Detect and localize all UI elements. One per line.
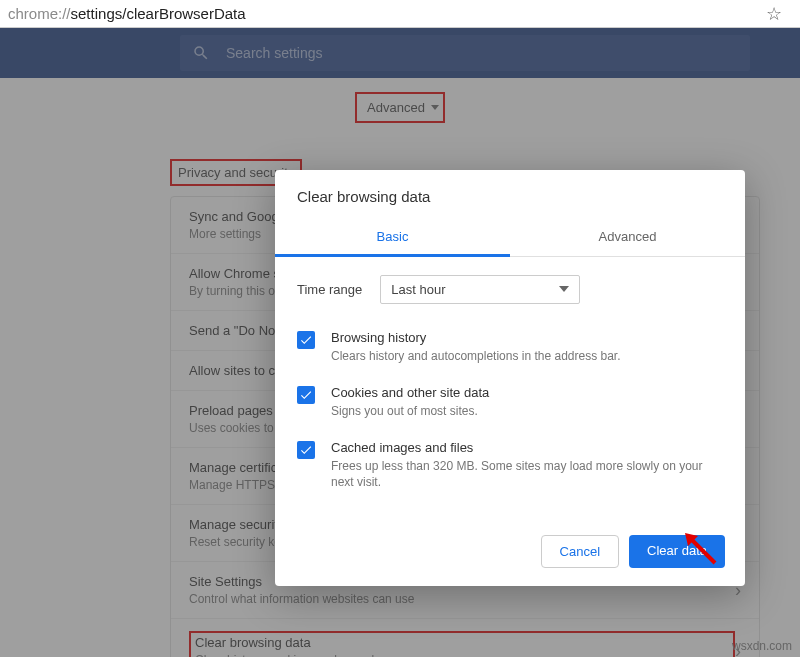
- checkbox-checked[interactable]: [297, 386, 315, 404]
- address-bar[interactable]: chrome://settings/clearBrowserData ☆: [0, 0, 800, 28]
- checkbox-checked[interactable]: [297, 441, 315, 459]
- dialog-title: Clear browsing data: [275, 170, 745, 219]
- tab-advanced[interactable]: Advanced: [510, 219, 745, 256]
- tab-basic[interactable]: Basic: [275, 219, 510, 256]
- time-range-label: Time range: [297, 282, 362, 297]
- cancel-button[interactable]: Cancel: [541, 535, 619, 568]
- clear-browsing-data-dialog: Clear browsing data Basic Advanced Time …: [275, 170, 745, 586]
- annotation-arrow-icon: [680, 528, 720, 568]
- bookmark-star-icon[interactable]: ☆: [766, 3, 782, 25]
- url-text: chrome://settings/clearBrowserData: [8, 5, 766, 22]
- time-range-select[interactable]: Last hour: [380, 275, 580, 304]
- dropdown-caret-icon: [559, 286, 569, 292]
- watermark: wsxdn.com: [732, 639, 792, 653]
- option-browsing-history[interactable]: Browsing historyClears history and autoc…: [297, 320, 723, 375]
- option-cached[interactable]: Cached images and filesFrees up less tha…: [297, 430, 723, 502]
- option-cookies[interactable]: Cookies and other site dataSigns you out…: [297, 375, 723, 430]
- dialog-tabs: Basic Advanced: [275, 219, 745, 257]
- checkbox-checked[interactable]: [297, 331, 315, 349]
